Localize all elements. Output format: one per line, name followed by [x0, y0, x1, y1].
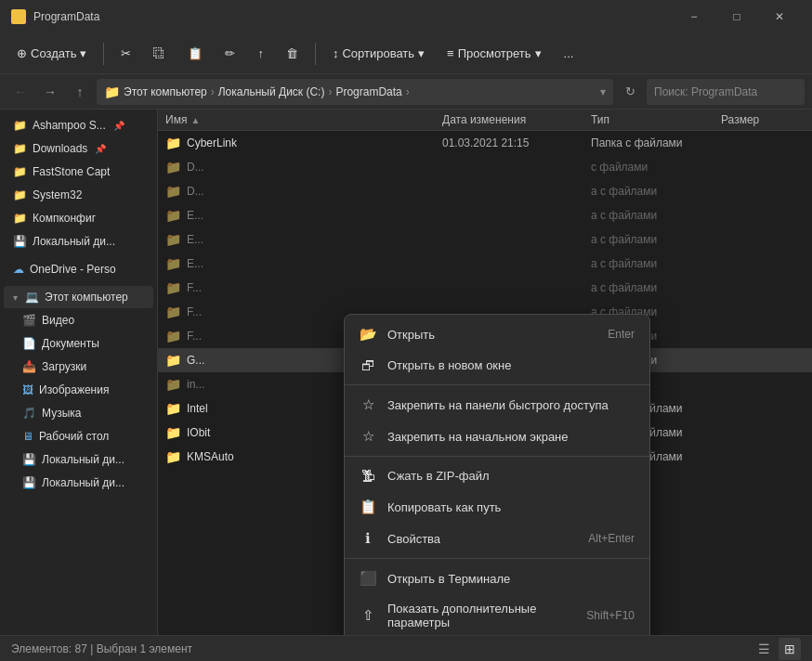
path-sep-3: ›	[406, 85, 410, 98]
sidebar-music-icon: 🎵	[22, 407, 36, 420]
selected-count-label: Выбран 1 элемент	[97, 642, 192, 655]
sidebar-item-localdisk3[interactable]: 💾 Локальный ди...	[13, 472, 153, 494]
sidebar-item-kompconfig[interactable]: 📁 Компконфиг	[4, 207, 153, 229]
share-button[interactable]: ↑	[248, 42, 273, 65]
ctx-copy-path[interactable]: 📋 Копировать как путь	[345, 491, 649, 523]
col-size-header[interactable]: Размер	[721, 113, 805, 126]
title-bar: ProgramData − □ ✕	[0, 0, 812, 33]
ctx-properties-shortcut: Alt+Enter	[588, 532, 635, 545]
table-row[interactable]: 📁 D... с файлами	[158, 155, 812, 179]
sidebar-item-images[interactable]: 🖼 Изображения	[13, 379, 153, 401]
sidebar-item-label-downloads3: Загрузки	[42, 360, 86, 373]
sidebar-item-system32[interactable]: 📁 System32	[4, 184, 153, 206]
file-name: E...	[187, 209, 203, 222]
ctx-more-label: Показать дополнительные параметры	[387, 602, 575, 629]
title-controls: − □ ✕	[673, 0, 801, 33]
file-name-cell: 📁 E...	[165, 232, 442, 247]
sidebar-disk3-icon: 💾	[22, 476, 36, 489]
sidebar-tree: 🎬 Видео 📄 Документы 📥 Загрузки 🖼 Изображ…	[0, 309, 157, 494]
path-item-computer: Этот компьютер	[124, 85, 207, 98]
list-view-button[interactable]: ☰	[753, 638, 775, 660]
sidebar-item-downloads3[interactable]: 📥 Загрузки	[13, 356, 153, 378]
ctx-properties[interactable]: ℹ Свойства Alt+Enter	[345, 523, 649, 554]
ctx-pin-start[interactable]: ☆ Закрепить на начальном экране	[345, 421, 649, 452]
table-row[interactable]: 📁 E... а с файлами	[158, 203, 812, 227]
ctx-open[interactable]: 📂 Открыть Enter	[345, 318, 649, 350]
close-button[interactable]: ✕	[758, 0, 801, 33]
file-name: G...	[187, 354, 204, 367]
ctx-pin-quick-icon: ☆	[360, 396, 376, 413]
folder-icon: 📁	[165, 353, 181, 368]
col-modified-header[interactable]: Дата изменения	[442, 113, 591, 126]
table-row[interactable]: 📁 E... а с файлами	[158, 252, 812, 276]
sidebar-item-label-localdisk2: Локальный ди...	[42, 453, 124, 466]
sidebar-item-documents[interactable]: 📄 Документы	[13, 332, 153, 355]
sidebar-item-music[interactable]: 🎵 Музыка	[13, 402, 153, 424]
file-type: а с файлами	[591, 257, 721, 270]
sidebar-item-onedrive[interactable]: ☁ OneDrive - Perso	[4, 258, 153, 280]
ctx-copy-path-label: Копировать как путь	[387, 500, 635, 514]
grid-view-button[interactable]: ⊞	[779, 638, 801, 660]
ctx-pin-start-icon: ☆	[360, 428, 376, 445]
address-path[interactable]: 📁 Этот компьютер › Локальный Диск (C:) ›…	[97, 79, 613, 105]
path-dropdown-icon[interactable]: ▾	[600, 85, 606, 98]
sidebar-sep-2	[0, 281, 157, 285]
refresh-button[interactable]: ↻	[617, 79, 643, 105]
app-icon	[11, 9, 26, 24]
ctx-more-params[interactable]: ⇧ Показать дополнительные параметры Shif…	[345, 594, 649, 635]
minimize-button[interactable]: −	[673, 0, 715, 33]
status-view-controls: ☰ ⊞	[753, 638, 801, 660]
ctx-pin-quick[interactable]: ☆ Закрепить на панели быстрого доступа	[345, 389, 649, 421]
col-name-label: Имя	[165, 113, 187, 126]
path-item-disk: Локальный Диск (C:)	[218, 85, 325, 98]
view-button[interactable]: ≡ Просмотреть ▾	[438, 42, 551, 65]
forward-button[interactable]: →	[37, 79, 63, 105]
sidebar-item-localdisk1[interactable]: 💾 Локальный ди...	[4, 230, 153, 253]
sidebar-img-icon: 🖼	[22, 383, 33, 396]
sort-button[interactable]: ↕ Сортировать ▾	[323, 42, 434, 65]
file-name: IObit	[187, 426, 210, 439]
sidebar-item-ashampoo[interactable]: 📁 Ashampoo S... 📌	[4, 114, 153, 136]
sidebar: 📁 Ashampoo S... 📌 📁 Downloads 📌 📁 FastSt…	[0, 110, 158, 635]
up-button[interactable]: ↑	[67, 79, 93, 105]
table-row[interactable]: 📁 E... а с файлами	[158, 227, 812, 252]
create-button[interactable]: ⊕ Создать ▾	[7, 42, 96, 65]
sidebar-item-downloads[interactable]: 📁 Downloads 📌	[4, 137, 153, 160]
ctx-open-terminal[interactable]: ⬛ Открыть в Терминале	[345, 563, 649, 594]
back-button[interactable]: ←	[7, 79, 33, 105]
col-type-header[interactable]: Тип	[591, 113, 721, 126]
ctx-open-new-window[interactable]: 🗗 Открыть в новом окне	[345, 350, 649, 381]
sort-label: Сортировать	[342, 46, 414, 60]
paste-icon: 📋	[188, 46, 203, 60]
more-button[interactable]: ...	[555, 42, 583, 65]
sidebar-item-label-localdisk1: Локальный ди...	[33, 235, 115, 248]
sidebar-item-localdisk2[interactable]: 💾 Локальный ди...	[13, 448, 153, 471]
rename-button[interactable]: ✏	[216, 42, 244, 65]
ctx-open-icon: 📂	[360, 326, 376, 343]
maximize-button[interactable]: □	[715, 0, 758, 33]
col-name-header[interactable]: Имя ▲	[165, 113, 442, 126]
cut-button[interactable]: ✂	[111, 42, 140, 65]
view-chevron-icon: ▾	[535, 46, 542, 60]
table-row[interactable]: 📁 D... а с файлами	[158, 179, 812, 203]
create-label: Создать	[31, 46, 76, 60]
sidebar-item-faststone[interactable]: 📁 FastStone Capt	[4, 161, 153, 183]
search-input[interactable]	[647, 79, 805, 105]
table-row[interactable]: 📁 CyberLink 01.03.2021 21:15 Папка с фай…	[158, 131, 812, 155]
context-menu: 📂 Открыть Enter 🗗 Открыть в новом окне ☆…	[344, 314, 650, 635]
ctx-more-icon: ⇧	[360, 607, 376, 624]
ctx-zip[interactable]: 🗜 Сжать в ZIP-файл	[345, 460, 649, 491]
title-bar-left: ProgramData	[11, 9, 99, 24]
sidebar-item-desktop[interactable]: 🖥 Рабочий стол	[13, 425, 153, 447]
paste-button[interactable]: 📋	[178, 42, 212, 65]
table-row[interactable]: 📁 F... а с файлами	[158, 276, 812, 300]
delete-button[interactable]: 🗑	[277, 42, 308, 65]
ctx-terminal-label: Открыть в Терминале	[387, 572, 635, 586]
file-name: D...	[187, 185, 204, 198]
sidebar-item-video[interactable]: 🎬 Видео	[13, 309, 153, 331]
copy-button[interactable]: ⿻	[144, 42, 175, 65]
sidebar-folder-icon: 📁	[13, 119, 27, 132]
sidebar-item-computer[interactable]: ▾ 💻 Этот компьютер	[4, 286, 153, 308]
file-name: Intel	[187, 402, 208, 415]
ctx-sep-3	[345, 558, 649, 559]
